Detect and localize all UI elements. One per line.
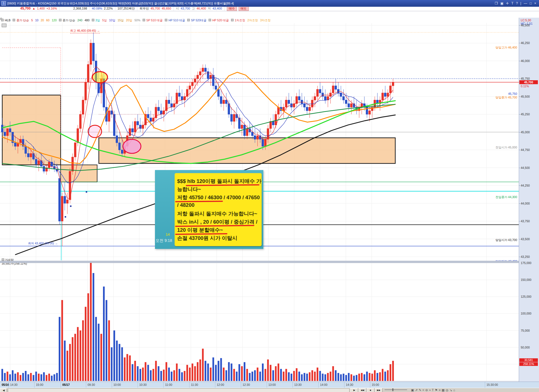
- buy-button[interactable]: 매수: [227, 6, 237, 11]
- trend-icon[interactable]: ⇗: [415, 388, 417, 392]
- draw-icon[interactable]: ✎: [419, 388, 421, 392]
- price-axis[interactable]: LC:5,30 HC:-1,51 46,50046,25046,00045,75…: [519, 18, 539, 382]
- close-icon[interactable]: ×: [534, 1, 536, 5]
- volume-bars: [1, 263, 394, 381]
- legend-item: 10: [35, 19, 40, 22]
- note-line: / 48200: [177, 202, 195, 208]
- legend-item: 20: [41, 19, 45, 22]
- layout-icon[interactable]: ▣: [411, 388, 414, 392]
- time-label: 14:00: [320, 383, 327, 386]
- best-label: 최우선: [140, 6, 149, 11]
- legend-item: 1차조정: [231, 19, 246, 22]
- volume-tick: 100,000: [521, 312, 531, 315]
- window-icon: 1: [1, 1, 6, 6]
- erase-icon[interactable]: ⊖: [425, 388, 428, 392]
- flag-icon[interactable]: ⚑: [435, 388, 438, 392]
- text-tool-icon[interactable]: T: [511, 1, 513, 5]
- note-line: 손절 43700원 시가 이탈시: [177, 235, 237, 242]
- indicator-legend: HLB종가 단순5102060120종가 단순2404803일5일10일15일2…: [1, 19, 422, 22]
- price-tick: 43,750: [521, 219, 530, 223]
- pane-splitter[interactable]: [0, 261, 519, 263]
- date-label: 05/17: [62, 383, 70, 386]
- open-price: 43,700: [181, 7, 190, 10]
- chart-scrollbar[interactable]: [8, 388, 350, 392]
- time-label: 10:00: [113, 383, 121, 386]
- duplicate-icon[interactable]: ▣: [500, 1, 503, 5]
- trade-value: 107,251백만: [118, 6, 135, 11]
- note-line: 저항 45750 / 46300 / 47000 / 47650: [177, 194, 260, 201]
- price-tick: 46,500: [521, 24, 530, 27]
- kakao-note: 14 오전 9:18 $$$ hlb 120이평 돌파시 돌지매수 가 능합니다…: [155, 170, 263, 249]
- stop-button[interactable]: ■: [367, 388, 374, 392]
- grid-icon[interactable]: ⌗: [422, 388, 424, 392]
- volume-value: 2,368,198: [73, 7, 87, 10]
- price-tick: 45,250: [521, 113, 530, 116]
- rewind-button[interactable]: ◀◀: [358, 388, 366, 392]
- chart-tool-icon[interactable]: [2, 24, 6, 27]
- consolidation-boxes: [2, 95, 395, 182]
- legend-item: 120: [52, 19, 58, 22]
- legend-item: SP 510 데골: [143, 19, 164, 22]
- price-tick: 44,000: [521, 202, 530, 205]
- restore-icon[interactable]: ❐: [495, 1, 498, 5]
- price-tick: 44,500: [521, 166, 530, 169]
- high-annotation: 최고 46,400 (09:45) →: [70, 29, 100, 33]
- wave-icon[interactable]: ≈: [429, 388, 431, 392]
- legend-item: 2차조정: [247, 19, 259, 22]
- price-tick: 44,750: [521, 148, 530, 152]
- home-icon[interactable]: ⌂: [453, 388, 455, 392]
- legend-item: 3차조정: [260, 19, 272, 22]
- time-label: 13:00: [268, 383, 276, 386]
- minimize-icon[interactable]: —: [524, 1, 527, 5]
- title-bar: 1 [0600] 키움종합차트 - KOSDAQ150 외국인보유[14,028…: [0, 0, 539, 7]
- target-icon[interactable]: ◎: [446, 388, 449, 392]
- legend-item: SP 520데골: [187, 19, 207, 22]
- volume-tick: 150,000: [521, 278, 531, 281]
- time-axis: 05/1614:3015:0005/1709:3010:0010:3011:00…: [0, 382, 539, 388]
- kakao-count: 14: [166, 232, 170, 237]
- legend-item: 3일: [92, 19, 101, 22]
- legend-item: 종가 단순: [59, 19, 76, 22]
- time-label: 12:30: [243, 383, 250, 386]
- note-line: 능합니다~: [177, 186, 201, 193]
- time-label: 15:30:00: [487, 383, 498, 386]
- text-icon[interactable]: T: [432, 388, 434, 392]
- pattern-icon[interactable]: ▦: [442, 388, 444, 392]
- help-icon[interactable]: ?: [516, 1, 518, 5]
- legend-item: 50%: [134, 19, 141, 22]
- open-label: 시: [176, 6, 179, 11]
- window-title: [0600] 키움종합차트 - KOSDAQ150 외국인보유[14,028(천…: [7, 1, 234, 6]
- legend-item: 480: [84, 19, 91, 22]
- red-underline: [175, 201, 223, 202]
- play-button[interactable]: ▶: [350, 388, 358, 392]
- zoom-slider[interactable]: .........: [385, 388, 407, 392]
- kakao-timestamp: 오전 9:18: [156, 238, 172, 243]
- price-tick: 45,750: [521, 77, 530, 80]
- menu-icon[interactable]: ≡: [439, 388, 440, 392]
- drawing-toolbar: ▣⇗✎⌗⊖≈T⚑≡▦◎↘⌂: [411, 388, 455, 392]
- sell-button[interactable]: 매도: [239, 6, 249, 11]
- legend-item: 20일: [126, 19, 133, 22]
- chart-window: 1 [0600] 키움종합차트 - KOSDAQ150 외국인보유[14,028…: [0, 0, 539, 392]
- time-label: 14:30: [346, 383, 353, 386]
- low-label: 저: [208, 6, 211, 11]
- price-tick: 45,500: [521, 95, 530, 98]
- scroll-left-button[interactable]: ◀: [0, 388, 7, 392]
- maximize-icon[interactable]: □: [530, 1, 532, 5]
- legend-item: 240: [77, 19, 84, 22]
- replay-controls: ▶◀◀■▶▶: [350, 388, 383, 392]
- note-line: 저항 돌파시 돌지매수 가능합니다~: [177, 210, 257, 217]
- legend-item: 10일: [109, 19, 116, 22]
- legend-item: 15일: [118, 19, 125, 22]
- change-percent: +3.16%: [46, 7, 57, 10]
- arrow-icon[interactable]: ↘: [449, 388, 452, 392]
- pin-icon[interactable]: ✛: [506, 1, 509, 5]
- time-label: 09:30: [88, 383, 95, 386]
- lc-label: LC:5,30: [521, 19, 531, 22]
- up-arrow-icon: ▲: [32, 7, 35, 10]
- volume-tick: 175,000: [521, 261, 531, 265]
- volume-tick: 125,000: [521, 295, 531, 298]
- low-price: 43,400: [213, 7, 222, 10]
- forward-button[interactable]: ▶▶: [375, 388, 383, 392]
- ratio-value: 2.22%: [104, 7, 113, 10]
